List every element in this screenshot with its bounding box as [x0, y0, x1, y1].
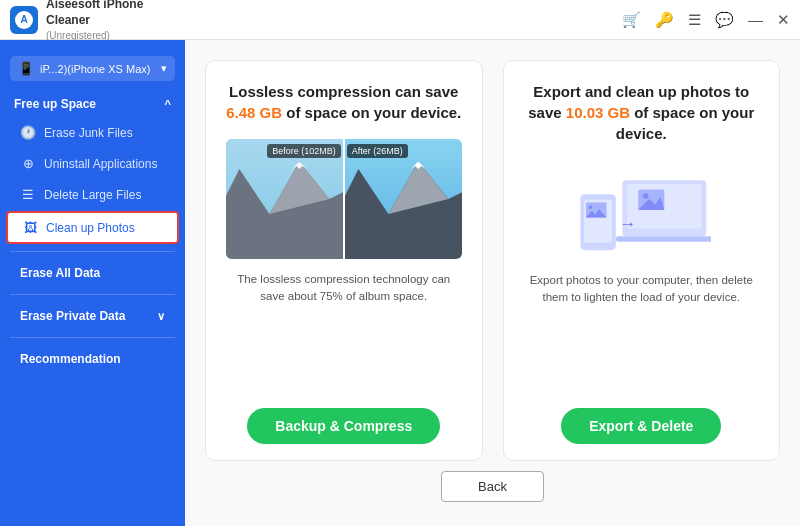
right-card-highlight: 10.03 GB: [566, 104, 630, 121]
free-up-chevron-icon[interactable]: ^: [165, 98, 171, 110]
erase-junk-icon: 🕐: [20, 125, 36, 140]
sidebar-item-delete-large[interactable]: ☰ Delete Large Files: [6, 180, 179, 209]
right-card-description: Export photos to your computer, then del…: [524, 272, 760, 307]
free-up-space-section: Free up Space ^: [0, 93, 185, 117]
options-row: Lossless compression can save 6.48 GB of…: [205, 60, 780, 461]
right-card-headline: Export and clean up photos to save 10.03…: [524, 81, 760, 144]
export-delete-card: Export and clean up photos to save 10.03…: [503, 60, 781, 461]
main-layout: 📱 iP...2)(iPhone XS Max) ▾ Free up Space…: [0, 40, 800, 526]
close-icon[interactable]: ✕: [777, 11, 790, 29]
export-delete-button[interactable]: Export & Delete: [561, 408, 721, 444]
left-card-headline2: of space on your device.: [286, 104, 461, 121]
back-button[interactable]: Back: [441, 471, 544, 502]
delete-large-icon: ☰: [20, 187, 36, 202]
menu-icon[interactable]: ☰: [688, 11, 701, 29]
sidebar-item-recommendation[interactable]: Recommendation: [6, 345, 179, 373]
sidebar-item-uninstall-label: Uninstall Applications: [44, 157, 157, 171]
svg-point-11: [643, 193, 649, 199]
cart-icon[interactable]: 🛒: [622, 11, 641, 29]
clean-photos-icon: 🖼: [22, 220, 38, 235]
after-image: After (26MB): [345, 139, 462, 259]
app-name-line1: Aiseesoft iPhone: [46, 0, 143, 13]
key-icon[interactable]: 🔑: [655, 11, 674, 29]
sidebar-item-erase-junk-label: Erase Junk Files: [44, 126, 133, 140]
erase-private-data-label: Erase Private Data: [20, 309, 125, 323]
left-card-description: The lossless compression technology can …: [226, 271, 462, 306]
title-bar: A Aiseesoft iPhone Cleaner (Unregistered…: [0, 0, 800, 40]
recommendation-label: Recommendation: [20, 352, 121, 366]
svg-rect-13: [616, 236, 711, 242]
right-card-headline2: of space on your device.: [616, 104, 754, 142]
logo-inner: A: [15, 11, 33, 29]
device-name: iP...2)(iPhone XS Max): [40, 63, 161, 75]
erase-all-data-label: Erase All Data: [20, 266, 100, 280]
svg-text:→: →: [620, 213, 637, 232]
device-chevron-icon: ▾: [161, 62, 167, 75]
before-label: Before (102MB): [267, 144, 341, 158]
app-title-text: Aiseesoft iPhone Cleaner (Unregistered): [46, 0, 143, 42]
app-name-line2: Cleaner: [46, 13, 143, 29]
before-image: Before (102MB): [226, 139, 343, 259]
window-controls: 🛒 🔑 ☰ 💬 — ✕: [622, 11, 790, 29]
export-svg: →: [571, 158, 711, 263]
sidebar-item-delete-large-label: Delete Large Files: [44, 188, 141, 202]
chat-icon[interactable]: 💬: [715, 11, 734, 29]
comparison-container: Before (102MB): [226, 139, 462, 259]
sidebar-divider-1: [10, 251, 175, 252]
sidebar-item-erase-junk[interactable]: 🕐 Erase Junk Files: [6, 118, 179, 147]
sidebar-item-erase-private-data[interactable]: Erase Private Data ∨: [6, 302, 179, 330]
left-card-headline: Lossless compression can save 6.48 GB of…: [226, 81, 461, 123]
sidebar-item-erase-all-data[interactable]: Erase All Data: [6, 259, 179, 287]
bottom-bar: Back: [205, 461, 780, 506]
export-illustration: →: [571, 160, 711, 260]
after-label: After (26MB): [347, 144, 408, 158]
erase-private-chevron-icon: ∨: [157, 310, 165, 323]
app-logo: A: [10, 6, 38, 34]
sidebar-divider-2: [10, 294, 175, 295]
device-icon: 📱: [18, 61, 34, 76]
sidebar-divider-3: [10, 337, 175, 338]
svg-point-17: [589, 205, 593, 209]
uninstall-icon: ⊕: [20, 156, 36, 171]
left-card-highlight: 6.48 GB: [226, 104, 282, 121]
sidebar-item-uninstall-apps[interactable]: ⊕ Uninstall Applications: [6, 149, 179, 178]
minimize-icon[interactable]: —: [748, 11, 763, 28]
free-up-space-label: Free up Space: [14, 97, 96, 111]
sidebar-item-clean-photos-label: Clean up Photos: [46, 221, 135, 235]
comparison-divider: [343, 139, 345, 259]
device-selector[interactable]: 📱 iP...2)(iPhone XS Max) ▾: [10, 56, 175, 81]
backup-compress-card: Lossless compression can save 6.48 GB of…: [205, 60, 483, 461]
content-area: Lossless compression can save 6.48 GB of…: [185, 40, 800, 526]
sidebar: 📱 iP...2)(iPhone XS Max) ▾ Free up Space…: [0, 40, 185, 526]
backup-compress-button[interactable]: Backup & Compress: [247, 408, 440, 444]
sidebar-item-clean-photos[interactable]: 🖼 Clean up Photos: [6, 211, 179, 244]
left-card-headline1: Lossless compression can save: [229, 83, 458, 100]
